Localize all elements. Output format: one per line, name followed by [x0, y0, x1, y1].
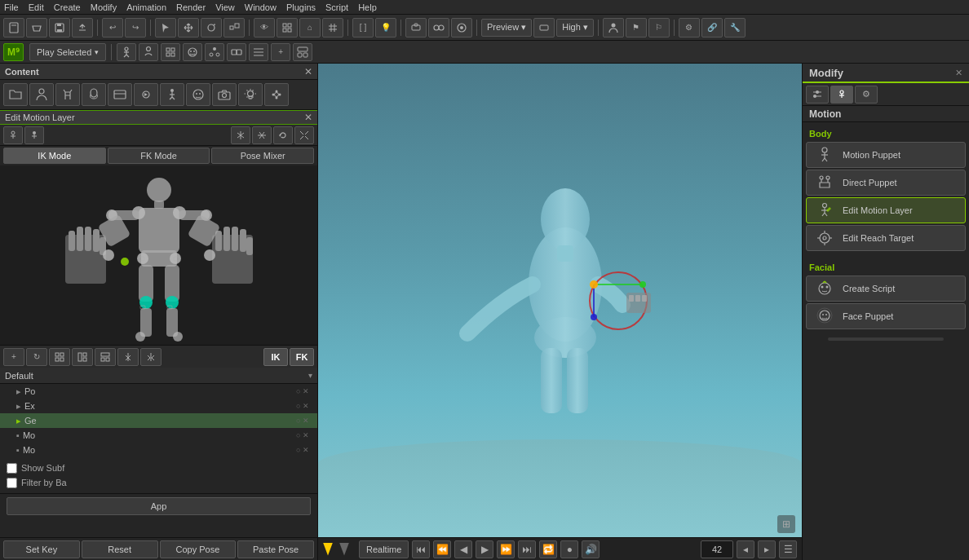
ci-folder[interactable]: [3, 83, 28, 106]
menu-edit[interactable]: Edit: [29, 2, 44, 12]
menu-animation[interactable]: Animation: [126, 2, 166, 12]
preview-dropdown[interactable]: Preview ▾: [481, 19, 532, 37]
tb-scale[interactable]: [223, 18, 245, 37]
tb-wrench[interactable]: 🔧: [724, 18, 746, 37]
face-puppet-btn[interactable]: Face Puppet: [806, 303, 966, 329]
tb-rotate[interactable]: [201, 18, 222, 37]
tb-new[interactable]: [3, 18, 24, 37]
menu-file[interactable]: File: [4, 2, 19, 12]
tb2-layout[interactable]: [293, 43, 312, 61]
menu-render[interactable]: Render: [176, 2, 206, 12]
ci-cloth[interactable]: [55, 83, 80, 106]
tab-fk-mode[interactable]: FK Mode: [108, 148, 210, 164]
ci-pose[interactable]: [160, 83, 184, 106]
tb-move[interactable]: [178, 18, 199, 37]
rp-tab-motion[interactable]: [830, 86, 853, 104]
rp-tab-settings[interactable]: ⚙: [855, 86, 878, 104]
prev-frame-btn[interactable]: ⏪: [433, 540, 451, 558]
tb-select[interactable]: [155, 18, 176, 37]
pc-grid1[interactable]: [49, 348, 70, 366]
frame-back[interactable]: ◂: [737, 540, 754, 558]
direct-puppet-btn[interactable]: Direct Puppet: [806, 170, 966, 196]
next-frame-btn[interactable]: ⏩: [497, 540, 515, 558]
scene-item-mo1[interactable]: ▪ Mo ○ ✕: [0, 428, 317, 443]
tb-save[interactable]: [49, 18, 70, 37]
tb-home[interactable]: ⌂: [299, 18, 321, 37]
pc-grid2[interactable]: [72, 348, 93, 366]
ci-scene[interactable]: [108, 83, 132, 106]
realtime-btn[interactable]: Realtime: [359, 540, 409, 558]
content-panel-close[interactable]: ✕: [304, 66, 312, 77]
pc-mirror[interactable]: [140, 348, 162, 366]
show-sub-checkbox[interactable]: [7, 463, 17, 474]
scene-item-po[interactable]: ▸ Po ○ ✕: [0, 384, 317, 399]
frame-forward[interactable]: ▸: [758, 540, 776, 558]
apply-button[interactable]: App: [7, 497, 311, 515]
menu-view[interactable]: View: [215, 2, 235, 12]
tb-c1[interactable]: [405, 18, 427, 37]
pc-grid3[interactable]: [95, 348, 116, 366]
tb-c2[interactable]: [428, 18, 449, 37]
ci-animation[interactable]: [134, 83, 158, 106]
tb-link[interactable]: 🔗: [701, 18, 723, 37]
edit-reach-target-btn[interactable]: Edit Reach Target: [806, 225, 966, 251]
ci-camera[interactable]: [212, 83, 237, 106]
pc-sym[interactable]: [117, 348, 139, 366]
filter-checkbox[interactable]: [7, 478, 17, 488]
loop-btn[interactable]: 🔁: [539, 540, 557, 558]
ci-face[interactable]: [186, 83, 210, 106]
set-key-button[interactable]: Set Key: [3, 540, 80, 558]
logo-btn[interactable]: M⁹: [3, 43, 24, 61]
tb-settings[interactable]: ⚙: [679, 18, 700, 37]
tb-open[interactable]: [26, 18, 47, 37]
tb2-puppet3[interactable]: [161, 43, 180, 61]
tb-view2[interactable]: [277, 18, 298, 37]
tb-export[interactable]: [72, 18, 93, 37]
ci-hair[interactable]: [82, 83, 106, 106]
tb-undo[interactable]: ↩: [102, 18, 123, 37]
pc-rotate[interactable]: ↻: [26, 348, 47, 366]
reset-button[interactable]: Reset: [82, 540, 158, 558]
fk-mode-btn[interactable]: FK: [290, 348, 314, 366]
eml-expand[interactable]: [294, 126, 314, 144]
eml-mirror1[interactable]: [231, 126, 250, 144]
menu-plugins[interactable]: Plugins: [286, 2, 316, 12]
viewport-overlay-btn[interactable]: ⊞: [777, 515, 795, 533]
tb-light[interactable]: 💡: [375, 18, 396, 37]
menu-help[interactable]: Help: [358, 2, 377, 12]
tb-flag2[interactable]: ⚐: [648, 18, 670, 37]
tb-view1[interactable]: 👁: [254, 18, 275, 37]
tb-c3[interactable]: [451, 18, 472, 37]
audio-btn[interactable]: 🔊: [582, 540, 600, 558]
tb-frame[interactable]: [ ]: [352, 18, 374, 37]
tb-grid[interactable]: [322, 18, 343, 37]
tb-flag1[interactable]: ⚑: [626, 18, 647, 37]
play-end-btn[interactable]: ⏭: [518, 540, 536, 558]
tb2-puppet1[interactable]: [117, 43, 136, 61]
tb2-group2[interactable]: [227, 43, 246, 61]
ci-particle[interactable]: [264, 83, 289, 106]
menu-window[interactable]: Window: [245, 2, 277, 12]
create-script-btn[interactable]: Create Script: [806, 276, 966, 302]
record-btn[interactable]: ●: [560, 540, 578, 558]
scene-item-ex[interactable]: ▸ Ex ○ ✕: [0, 399, 317, 413]
ci-light[interactable]: [238, 83, 263, 106]
view-options[interactable]: ☰: [779, 540, 797, 558]
scene-item-mo2[interactable]: ▪ Mo ○ ✕: [0, 443, 317, 457]
play-selected-btn[interactable]: Play Selected ▾: [29, 43, 106, 61]
tb-redo[interactable]: ↪: [125, 18, 146, 37]
menu-modify[interactable]: Modify: [91, 2, 117, 12]
play-btn[interactable]: ⏮: [412, 540, 430, 558]
tb2-puppet2[interactable]: [139, 43, 158, 61]
tab-pose-mixer[interactable]: Pose Mixer: [211, 148, 314, 164]
step-forward-btn[interactable]: ▶: [476, 540, 493, 558]
eml-mirror2[interactable]: [252, 126, 272, 144]
tab-ik-mode[interactable]: IK Mode: [3, 148, 106, 164]
edit-motion-layer-btn[interactable]: Edit Motion Layer: [806, 197, 966, 223]
eml-tool2[interactable]: [24, 126, 44, 144]
eml-close[interactable]: ✕: [304, 112, 312, 123]
menu-script[interactable]: Script: [325, 2, 348, 12]
step-back-btn[interactable]: ◀: [454, 540, 472, 558]
ci-actor[interactable]: [29, 83, 54, 106]
pc-add[interactable]: +: [3, 348, 24, 366]
